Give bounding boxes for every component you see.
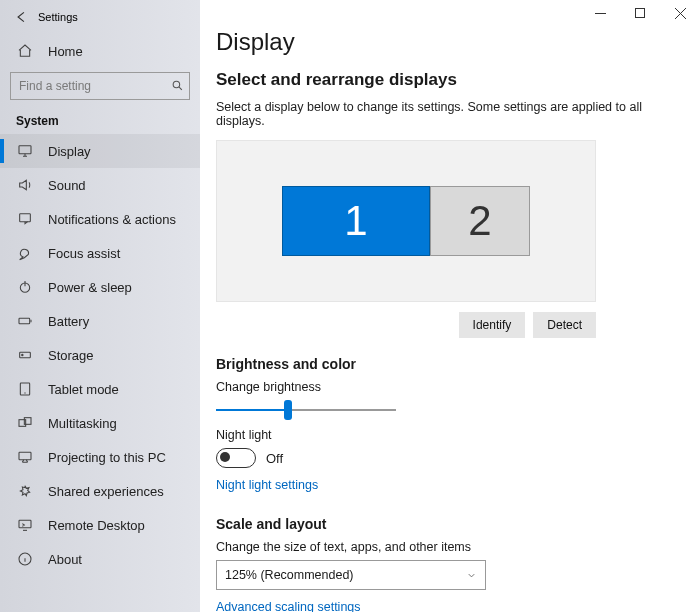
sidebar-item-label: Shared experiences (48, 484, 164, 499)
content: Display Select and rearrange displays Se… (200, 0, 700, 612)
sidebar-item-label: Power & sleep (48, 280, 132, 295)
search-input[interactable] (10, 72, 190, 100)
sidebar-item-icon (16, 278, 34, 296)
svg-rect-13 (636, 9, 645, 18)
svg-rect-2 (20, 214, 31, 222)
monitor-1[interactable]: 1 (282, 186, 430, 256)
sidebar-item-icon (16, 312, 34, 330)
brightness-heading: Brightness and color (216, 356, 676, 372)
maximize-button[interactable] (620, 0, 660, 26)
search-field[interactable] (17, 78, 171, 94)
search-icon (171, 79, 184, 93)
page-title: Display (216, 28, 676, 56)
rearrange-hint: Select a display below to change its set… (216, 100, 676, 128)
sidebar-item-icon (16, 380, 34, 398)
svg-point-0 (173, 81, 180, 88)
scale-label: Change the size of text, apps, and other… (216, 540, 676, 554)
sidebar-item-icon (16, 142, 34, 160)
sidebar-item-icon (16, 448, 34, 466)
sidebar-item-display[interactable]: Display (0, 134, 200, 168)
sidebar-item-label: Battery (48, 314, 89, 329)
sidebar-item-icon (16, 550, 34, 568)
sidebar-item-label: Sound (48, 178, 86, 193)
sidebar-item-remote-desktop[interactable]: Remote Desktop (0, 508, 200, 542)
sidebar-item-sound[interactable]: Sound (0, 168, 200, 202)
sidebar-section-label: System (0, 114, 200, 134)
night-light-toggle[interactable] (216, 448, 256, 468)
window-title: Settings (38, 11, 78, 23)
svg-rect-4 (19, 318, 30, 323)
sidebar-item-icon (16, 176, 34, 194)
display-arrangement-box[interactable]: 1 2 (216, 140, 596, 302)
sidebar-item-multitasking[interactable]: Multitasking (0, 406, 200, 440)
scale-value: 125% (Recommended) (225, 568, 354, 582)
svg-point-6 (22, 354, 23, 355)
minimize-button[interactable] (580, 0, 620, 26)
sidebar-item-label: Display (48, 144, 91, 159)
night-light-state: Off (266, 451, 283, 466)
sidebar-item-projecting-to-this-pc[interactable]: Projecting to this PC (0, 440, 200, 474)
sidebar-item-label: Projecting to this PC (48, 450, 166, 465)
rearrange-heading: Select and rearrange displays (216, 70, 676, 90)
night-light-settings-link[interactable]: Night light settings (216, 478, 318, 492)
sidebar: Settings Home System DisplaySoundNotific… (0, 0, 200, 612)
close-button[interactable] (660, 0, 700, 26)
sidebar-item-focus-assist[interactable]: Focus assist (0, 236, 200, 270)
home-icon (16, 42, 34, 60)
scale-heading: Scale and layout (216, 516, 676, 532)
home-label: Home (48, 44, 83, 59)
sidebar-item-label: Remote Desktop (48, 518, 145, 533)
back-button[interactable] (10, 6, 32, 28)
svg-rect-1 (19, 146, 31, 154)
night-light-label: Night light (216, 428, 676, 442)
sidebar-item-tablet-mode[interactable]: Tablet mode (0, 372, 200, 406)
sidebar-item-storage[interactable]: Storage (0, 338, 200, 372)
sidebar-item-label: Focus assist (48, 246, 120, 261)
svg-rect-11 (19, 520, 31, 527)
sidebar-item-power-sleep[interactable]: Power & sleep (0, 270, 200, 304)
sidebar-item-notifications-actions[interactable]: Notifications & actions (0, 202, 200, 236)
chevron-down-icon (466, 570, 477, 581)
sidebar-item-label: Multitasking (48, 416, 117, 431)
svg-rect-10 (19, 452, 31, 459)
sidebar-item-battery[interactable]: Battery (0, 304, 200, 338)
brightness-slider-label: Change brightness (216, 380, 676, 394)
scale-dropdown[interactable]: 125% (Recommended) (216, 560, 486, 590)
sidebar-item-about[interactable]: About (0, 542, 200, 576)
monitor-2[interactable]: 2 (430, 186, 530, 256)
sidebar-item-label: About (48, 552, 82, 567)
sidebar-item-icon (16, 414, 34, 432)
sidebar-item-label: Notifications & actions (48, 212, 176, 227)
sidebar-item-shared-experiences[interactable]: Shared experiences (0, 474, 200, 508)
sidebar-item-icon (16, 210, 34, 228)
sidebar-item-icon (16, 244, 34, 262)
advanced-scaling-link[interactable]: Advanced scaling settings (216, 600, 361, 612)
identify-button[interactable]: Identify (459, 312, 526, 338)
sidebar-item-label: Storage (48, 348, 94, 363)
home-button[interactable]: Home (0, 36, 200, 66)
sidebar-item-icon (16, 482, 34, 500)
sidebar-item-icon (16, 346, 34, 364)
window-controls (580, 0, 700, 26)
brightness-slider[interactable] (216, 400, 396, 420)
sidebar-item-icon (16, 516, 34, 534)
sidebar-item-label: Tablet mode (48, 382, 119, 397)
detect-button[interactable]: Detect (533, 312, 596, 338)
